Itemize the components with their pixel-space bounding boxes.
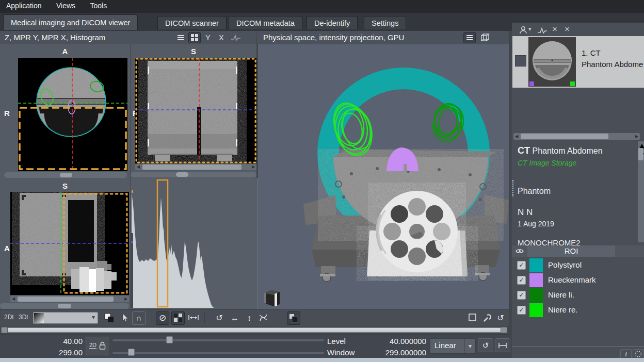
roi-visible-checkbox[interactable]: ✓	[517, 276, 526, 285]
window-value: 299.000000	[357, 348, 426, 357]
sagittal-slice-scrollbar[interactable]: ◀ ▶	[10, 296, 129, 302]
view-sagittal[interactable]: S A	[0, 178, 130, 309]
panel-drag-handle[interactable]	[512, 180, 516, 196]
roi-color-swatch[interactable]	[529, 288, 543, 302]
curve-cut-icon[interactable]	[257, 311, 270, 325]
level-slider-handle[interactable]	[166, 336, 173, 343]
fit-range-button[interactable]	[495, 338, 510, 352]
invert-squares-button[interactable]	[287, 311, 300, 325]
window-short-value: 299.00	[21, 348, 83, 357]
time-range-slider[interactable]	[0, 326, 509, 334]
tab-medical-imaging[interactable]: Medical imaging and DICOM viewer	[3, 14, 138, 30]
roi-visible-checkbox[interactable]: ✓	[517, 261, 526, 270]
list-layout-icon[interactable]	[174, 32, 187, 43]
study-date: 1 Aug 2019	[518, 220, 554, 228]
modality-label: CT	[518, 145, 530, 156]
scroll-right-icon[interactable]: ▶	[634, 134, 640, 139]
rotate-icon[interactable]: ↺	[213, 311, 226, 325]
roi-color-swatch[interactable]	[529, 273, 543, 287]
axial-slice-scrollbar[interactable]	[4, 172, 127, 178]
scroll-right-icon[interactable]: ▶	[250, 164, 256, 170]
mode-2dt-button[interactable]: 2Dt	[4, 314, 14, 321]
chevron-down-icon[interactable]: ▾	[528, 26, 532, 32]
dither-pattern-button[interactable]	[171, 311, 185, 325]
roi-name-column-header[interactable]: ROI	[527, 245, 615, 257]
intersect-tool-button[interactable]: ∩	[132, 311, 146, 325]
roi-row-polystyrol[interactable]: ✓ Polystyrol	[512, 258, 644, 273]
roi-visible-checkbox[interactable]: ✓	[517, 291, 526, 300]
menu-tools[interactable]: Tools	[84, 0, 114, 10]
reset-view-icon[interactable]: ↺	[494, 311, 507, 325]
close-icon[interactable]: ×	[565, 24, 570, 35]
lut-gradient-dropdown[interactable]: ▾	[33, 312, 98, 324]
view-3d-render[interactable]	[258, 44, 509, 326]
axial-ct-image[interactable]	[18, 58, 127, 171]
flip-vertical-icon[interactable]: ↕	[243, 311, 256, 325]
lut-function-dropdown[interactable]: Linear ▾	[430, 338, 476, 354]
window-slider[interactable]	[112, 348, 324, 356]
close-icon[interactable]: ×	[552, 24, 557, 35]
roi-color-swatch[interactable]	[529, 258, 543, 272]
coronal-pan-scrollbar[interactable]	[131, 172, 256, 177]
histogram-plot[interactable]	[132, 179, 257, 308]
view-histogram[interactable]	[131, 178, 258, 309]
roi-row-niere-li[interactable]: ✓ Niere li.	[512, 288, 644, 303]
crop-box-icon[interactable]	[466, 311, 479, 325]
tab-settings[interactable]: Settings	[364, 16, 406, 29]
width-range-icon[interactable]	[187, 311, 200, 325]
wrench-icon[interactable]	[480, 311, 494, 325]
list-mode-icon[interactable]	[463, 32, 476, 43]
flip-horizontal-icon[interactable]: ↔	[228, 311, 242, 325]
series-checkbox[interactable]	[515, 55, 526, 67]
right-view-header: Physical space, intensity projection, GP…	[257, 31, 509, 45]
roi-color-swatch[interactable]	[529, 303, 543, 317]
roi-row-niere-re[interactable]: ✓ Niere re.	[512, 303, 644, 318]
scroll-right-icon[interactable]: ▶	[123, 296, 129, 302]
menu-views[interactable]: Views	[50, 0, 82, 10]
menu-bar: Application Views Tools	[0, 0, 644, 13]
patient-category: Phantom	[518, 187, 551, 196]
scroll-left-icon[interactable]: ◀	[513, 134, 520, 139]
cube-3d-icon[interactable]	[479, 32, 491, 43]
grid-layout-icon[interactable]	[188, 32, 201, 43]
range-start-handle[interactable]	[1, 327, 8, 333]
series-thumbnail[interactable]	[528, 37, 576, 87]
scroll-left-icon[interactable]: ◀	[135, 164, 141, 170]
details-hscrollbar[interactable]: ◀ ▶	[513, 133, 640, 140]
view-axial[interactable]: A R	[0, 44, 130, 178]
reset-wl-button[interactable]: ↺	[478, 338, 493, 352]
scroll-left-icon[interactable]: ◀	[10, 296, 17, 302]
coronal-slice-scrollbar[interactable]: ◀ ▶	[135, 164, 256, 170]
orientation-cube[interactable]	[262, 288, 282, 308]
status-bar	[0, 358, 644, 362]
transfer-bw-icon[interactable]	[102, 311, 116, 325]
sagittal-pan-scrollbar[interactable]	[0, 303, 129, 309]
level-label: Level	[327, 337, 346, 345]
roi-label: Niere re.	[548, 305, 578, 314]
sagittal-ct-image[interactable]	[10, 192, 129, 295]
histogram-curve-icon[interactable]	[230, 32, 242, 43]
mpr-y-button[interactable]: Y	[203, 32, 213, 43]
roi-visibility-column-header[interactable]	[512, 245, 527, 257]
mode-3dt-button[interactable]: 3Dt	[19, 314, 28, 321]
tab-de-identify[interactable]: De-identify	[307, 16, 358, 29]
tab-dicom-metadata[interactable]: DICOM metadata	[229, 16, 302, 29]
tab-dicom-scanner[interactable]: DICOM scanner	[157, 16, 227, 29]
level-value: 40.000000	[361, 337, 426, 345]
2d-lock-button[interactable]: 2D	[86, 337, 108, 355]
menu-application[interactable]: Application	[0, 0, 48, 10]
view-coronal[interactable]: S R	[131, 44, 256, 178]
level-slider[interactable]	[112, 336, 324, 344]
roi-row-rueckenmark[interactable]: ✓ Rueckenmark	[512, 273, 644, 288]
curve-filter-icon[interactable]	[537, 27, 548, 34]
cursor-pointer-icon[interactable]	[118, 311, 131, 325]
series-list-item[interactable]: 1. CT Phantom Abdome	[512, 36, 644, 88]
range-end-handle[interactable]	[501, 327, 507, 333]
mpr-x-button[interactable]: X	[216, 32, 227, 43]
details-vscrollbar[interactable]: ▲ ▼	[638, 141, 644, 242]
window-slider-handle[interactable]	[128, 349, 135, 356]
roi-visible-checkbox[interactable]: ✓	[517, 306, 526, 315]
disable-overlay-button[interactable]: ⊘	[156, 311, 169, 325]
patient-icon[interactable]	[519, 26, 527, 34]
coronal-ct-image[interactable]	[135, 58, 256, 163]
